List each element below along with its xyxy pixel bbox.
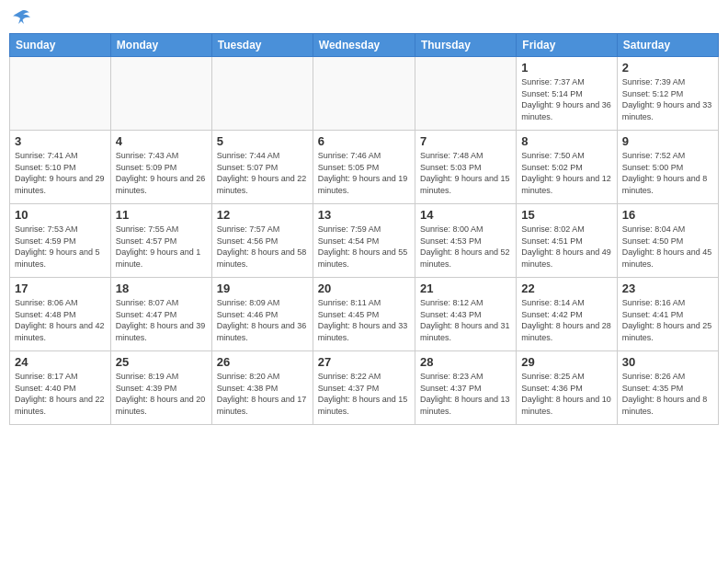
logo	[9, 9, 33, 26]
day-info: Sunrise: 7:57 AM Sunset: 4:56 PM Dayligh…	[217, 224, 308, 270]
day-number: 18	[116, 282, 207, 295]
col-saturday: Saturday	[617, 34, 718, 57]
calendar-cell: 29Sunrise: 8:25 AM Sunset: 4:36 PM Dayli…	[517, 351, 617, 425]
day-number: 21	[420, 282, 511, 295]
day-info: Sunrise: 8:20 AM Sunset: 4:38 PM Dayligh…	[217, 371, 308, 417]
day-number: 26	[217, 355, 308, 369]
calendar-cell: 13Sunrise: 7:59 AM Sunset: 4:54 PM Dayli…	[313, 204, 415, 278]
day-number: 16	[622, 208, 713, 222]
calendar-cell: 14Sunrise: 8:00 AM Sunset: 4:53 PM Dayli…	[415, 204, 516, 278]
day-number: 11	[116, 208, 207, 222]
day-info: Sunrise: 8:14 AM Sunset: 4:42 PM Dayligh…	[521, 297, 611, 343]
calendar-cell: 8Sunrise: 7:50 AM Sunset: 5:02 PM Daylig…	[517, 131, 617, 204]
day-info: Sunrise: 8:17 AM Sunset: 4:40 PM Dayligh…	[15, 371, 106, 417]
calendar-cell: 2Sunrise: 7:39 AM Sunset: 5:12 PM Daylig…	[617, 57, 718, 131]
calendar-week-row: 24Sunrise: 8:17 AM Sunset: 4:40 PM Dayli…	[10, 351, 719, 425]
day-number: 10	[15, 208, 106, 222]
day-number: 27	[318, 355, 410, 369]
day-number: 7	[420, 134, 511, 148]
calendar-cell: 15Sunrise: 8:02 AM Sunset: 4:51 PM Dayli…	[517, 204, 617, 278]
day-number: 12	[217, 208, 308, 222]
day-info: Sunrise: 8:04 AM Sunset: 4:50 PM Dayligh…	[622, 224, 713, 270]
day-number: 25	[116, 355, 207, 369]
day-info: Sunrise: 8:22 AM Sunset: 4:37 PM Dayligh…	[318, 371, 410, 417]
day-number: 9	[622, 134, 713, 148]
calendar-cell: 30Sunrise: 8:26 AM Sunset: 4:35 PM Dayli…	[617, 351, 718, 425]
day-number: 14	[420, 208, 511, 222]
calendar-cell: 11Sunrise: 7:55 AM Sunset: 4:57 PM Dayli…	[110, 204, 211, 278]
day-info: Sunrise: 7:55 AM Sunset: 4:57 PM Dayligh…	[116, 224, 207, 270]
calendar-table: Sunday Monday Tuesday Wednesday Thursday…	[9, 33, 719, 425]
day-info: Sunrise: 8:09 AM Sunset: 4:46 PM Dayligh…	[217, 297, 308, 343]
calendar-cell	[313, 57, 415, 131]
day-number: 3	[15, 134, 106, 148]
col-tuesday: Tuesday	[211, 34, 313, 57]
calendar-week-row: 1Sunrise: 7:37 AM Sunset: 5:14 PM Daylig…	[10, 57, 719, 131]
calendar-week-row: 10Sunrise: 7:53 AM Sunset: 4:59 PM Dayli…	[10, 204, 719, 278]
day-info: Sunrise: 8:00 AM Sunset: 4:53 PM Dayligh…	[420, 224, 511, 270]
day-info: Sunrise: 7:53 AM Sunset: 4:59 PM Dayligh…	[15, 224, 106, 270]
day-number: 5	[217, 134, 308, 148]
calendar-cell: 3Sunrise: 7:41 AM Sunset: 5:10 PM Daylig…	[10, 131, 111, 204]
calendar-cell: 16Sunrise: 8:04 AM Sunset: 4:50 PM Dayli…	[617, 204, 718, 278]
calendar-week-row: 3Sunrise: 7:41 AM Sunset: 5:10 PM Daylig…	[10, 131, 719, 204]
calendar-cell	[10, 57, 111, 131]
day-number: 1	[521, 61, 611, 75]
day-info: Sunrise: 7:50 AM Sunset: 5:02 PM Dayligh…	[521, 150, 611, 196]
day-number: 19	[217, 282, 308, 295]
calendar-cell: 19Sunrise: 8:09 AM Sunset: 4:46 PM Dayli…	[211, 278, 313, 351]
day-number: 2	[622, 61, 713, 75]
day-info: Sunrise: 8:23 AM Sunset: 4:37 PM Dayligh…	[420, 371, 511, 417]
day-info: Sunrise: 7:48 AM Sunset: 5:03 PM Dayligh…	[420, 150, 511, 196]
calendar-cell	[211, 57, 313, 131]
day-number: 30	[622, 355, 713, 369]
calendar-cell: 18Sunrise: 8:07 AM Sunset: 4:47 PM Dayli…	[110, 278, 211, 351]
day-info: Sunrise: 7:43 AM Sunset: 5:09 PM Dayligh…	[116, 150, 207, 196]
day-info: Sunrise: 8:16 AM Sunset: 4:41 PM Dayligh…	[622, 297, 713, 343]
calendar-cell: 20Sunrise: 8:11 AM Sunset: 4:45 PM Dayli…	[313, 278, 415, 351]
day-number: 15	[521, 208, 611, 222]
day-info: Sunrise: 7:46 AM Sunset: 5:05 PM Dayligh…	[318, 150, 410, 196]
calendar-cell: 25Sunrise: 8:19 AM Sunset: 4:39 PM Dayli…	[110, 351, 211, 425]
day-info: Sunrise: 8:19 AM Sunset: 4:39 PM Dayligh…	[116, 371, 207, 417]
page: Sunday Monday Tuesday Wednesday Thursday…	[0, 0, 728, 563]
day-info: Sunrise: 8:07 AM Sunset: 4:47 PM Dayligh…	[116, 297, 207, 343]
day-number: 23	[622, 282, 713, 295]
calendar-cell: 9Sunrise: 7:52 AM Sunset: 5:00 PM Daylig…	[617, 131, 718, 204]
calendar-cell: 6Sunrise: 7:46 AM Sunset: 5:05 PM Daylig…	[313, 131, 415, 204]
day-number: 24	[15, 355, 106, 369]
day-info: Sunrise: 7:44 AM Sunset: 5:07 PM Dayligh…	[217, 150, 308, 196]
day-number: 6	[318, 134, 410, 148]
day-info: Sunrise: 8:26 AM Sunset: 4:35 PM Dayligh…	[622, 371, 713, 417]
calendar-cell: 12Sunrise: 7:57 AM Sunset: 4:56 PM Dayli…	[211, 204, 313, 278]
day-number: 22	[521, 282, 611, 295]
logo-bird-icon	[11, 9, 31, 26]
calendar-cell: 24Sunrise: 8:17 AM Sunset: 4:40 PM Dayli…	[10, 351, 111, 425]
calendar-cell: 27Sunrise: 8:22 AM Sunset: 4:37 PM Dayli…	[313, 351, 415, 425]
day-number: 17	[15, 282, 106, 295]
day-number: 4	[116, 134, 207, 148]
calendar-cell: 7Sunrise: 7:48 AM Sunset: 5:03 PM Daylig…	[415, 131, 516, 204]
calendar-cell: 21Sunrise: 8:12 AM Sunset: 4:43 PM Dayli…	[415, 278, 516, 351]
day-info: Sunrise: 8:11 AM Sunset: 4:45 PM Dayligh…	[318, 297, 410, 343]
day-info: Sunrise: 7:41 AM Sunset: 5:10 PM Dayligh…	[15, 150, 106, 196]
calendar-cell	[415, 57, 516, 131]
calendar-cell: 4Sunrise: 7:43 AM Sunset: 5:09 PM Daylig…	[110, 131, 211, 204]
day-info: Sunrise: 8:12 AM Sunset: 4:43 PM Dayligh…	[420, 297, 511, 343]
day-number: 29	[521, 355, 611, 369]
calendar-cell: 23Sunrise: 8:16 AM Sunset: 4:41 PM Dayli…	[617, 278, 718, 351]
day-number: 8	[521, 134, 611, 148]
col-friday: Friday	[517, 34, 617, 57]
day-info: Sunrise: 8:02 AM Sunset: 4:51 PM Dayligh…	[521, 224, 611, 270]
day-info: Sunrise: 8:06 AM Sunset: 4:48 PM Dayligh…	[15, 297, 106, 343]
calendar-cell: 17Sunrise: 8:06 AM Sunset: 4:48 PM Dayli…	[10, 278, 111, 351]
header	[9, 9, 719, 26]
day-info: Sunrise: 7:59 AM Sunset: 4:54 PM Dayligh…	[318, 224, 410, 270]
calendar-cell: 22Sunrise: 8:14 AM Sunset: 4:42 PM Dayli…	[517, 278, 617, 351]
calendar-week-row: 17Sunrise: 8:06 AM Sunset: 4:48 PM Dayli…	[10, 278, 719, 351]
calendar-cell	[110, 57, 211, 131]
calendar-cell: 5Sunrise: 7:44 AM Sunset: 5:07 PM Daylig…	[211, 131, 313, 204]
day-number: 20	[318, 282, 410, 295]
calendar-cell: 1Sunrise: 7:37 AM Sunset: 5:14 PM Daylig…	[517, 57, 617, 131]
day-info: Sunrise: 7:52 AM Sunset: 5:00 PM Dayligh…	[622, 150, 713, 196]
